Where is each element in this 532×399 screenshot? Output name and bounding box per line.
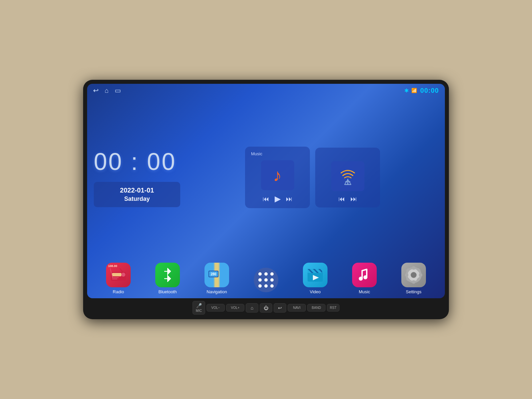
radio-card-label bbox=[320, 152, 323, 157]
svg-text:280: 280 bbox=[211, 272, 216, 276]
app-settings[interactable]: Settings bbox=[401, 263, 426, 294]
radio-next-button[interactable]: ⏭ bbox=[350, 195, 357, 203]
app-music[interactable]: Music bbox=[352, 263, 377, 294]
day-text: Saturday bbox=[102, 196, 172, 202]
radio-label: Radio bbox=[113, 289, 124, 294]
app-bluetooth[interactable]: Bluetooth bbox=[155, 263, 180, 294]
power-button[interactable]: ⏻ bbox=[260, 303, 272, 313]
navigation-label: Navigation bbox=[206, 289, 227, 294]
svg-rect-33 bbox=[419, 274, 422, 276]
vol-plus-button[interactable]: VOL+ bbox=[226, 304, 244, 312]
music-play-button[interactable]: ▶ bbox=[275, 194, 281, 203]
mic-label: MIC bbox=[196, 309, 202, 313]
vol-minus-button[interactable]: VOL− bbox=[206, 304, 225, 312]
app-video[interactable]: Video bbox=[303, 263, 328, 294]
mic-button[interactable]: 🎤 MIC bbox=[193, 301, 205, 315]
dot-5 bbox=[264, 278, 268, 282]
back-nav-icon[interactable]: ↩ bbox=[93, 86, 99, 94]
band-label: BAND bbox=[312, 306, 321, 310]
mic-icon: 🎤 bbox=[196, 303, 202, 308]
music-note-icon: ♪ bbox=[273, 165, 282, 185]
main-content: 00 : 00 2022-01-01 Saturday Music ♪ ⏮ ▶ bbox=[87, 97, 445, 259]
video-icon bbox=[303, 263, 328, 287]
recent-nav-icon[interactable]: ▭ bbox=[115, 86, 121, 94]
music-card-label: Music bbox=[250, 151, 262, 156]
dot-7 bbox=[258, 284, 262, 288]
video-label: Video bbox=[310, 289, 321, 294]
nav-icons: ↩ ⌂ ▭ bbox=[93, 86, 121, 94]
svg-point-26 bbox=[363, 275, 367, 279]
back-hw-button[interactable]: ↩ bbox=[274, 303, 286, 313]
rst-button[interactable]: RST bbox=[327, 304, 339, 312]
app-radio[interactable]: 108.00 Radio bbox=[106, 263, 131, 294]
svg-point-8 bbox=[121, 273, 125, 277]
app-menu[interactable] bbox=[254, 268, 278, 294]
dot-6 bbox=[270, 278, 274, 282]
svg-rect-31 bbox=[412, 280, 415, 284]
dot-1 bbox=[258, 272, 262, 276]
band-button[interactable]: BAND bbox=[307, 304, 326, 312]
power-icon: ⏻ bbox=[264, 305, 268, 311]
media-panels: Music ♪ ⏮ ▶ ⏭ bbox=[187, 100, 438, 254]
status-icons: ✱ 📶 bbox=[404, 87, 417, 94]
back-hw-icon: ↩ bbox=[278, 305, 282, 311]
svg-point-25 bbox=[359, 277, 363, 281]
music-next-button[interactable]: ⏭ bbox=[286, 195, 293, 203]
dot-8 bbox=[264, 284, 268, 288]
home-hw-button[interactable]: ⌂ bbox=[246, 303, 258, 313]
home-nav-icon[interactable]: ⌂ bbox=[105, 87, 109, 94]
bluetooth-icon bbox=[155, 263, 180, 287]
dot-2 bbox=[264, 272, 268, 276]
status-bar: ↩ ⌂ ▭ ✱ 📶 00:00 bbox=[87, 84, 445, 97]
date-text: 2022-01-01 bbox=[102, 187, 172, 194]
car-head-unit: ↩ ⌂ ▭ ✱ 📶 00:00 00 : 00 2022-01-01 Satur… bbox=[83, 80, 449, 319]
settings-label: Settings bbox=[406, 289, 422, 294]
music-media-card: Music ♪ ⏮ ▶ ⏭ bbox=[245, 147, 310, 208]
dots-grid bbox=[254, 268, 278, 292]
svg-rect-10 bbox=[112, 277, 119, 278]
left-panel: 00 : 00 2022-01-01 Saturday bbox=[94, 100, 180, 254]
app-navigation[interactable]: 280 Navigation bbox=[204, 263, 229, 294]
screen: ↩ ⌂ ▭ ✱ 📶 00:00 00 : 00 2022-01-01 Satur… bbox=[87, 84, 445, 298]
vol-minus-label: VOL− bbox=[211, 306, 220, 310]
app-dock: 108.00 Radio bbox=[87, 259, 445, 298]
status-right: ✱ 📶 00:00 bbox=[404, 87, 439, 94]
music-card-icon-box[interactable]: ♪ bbox=[261, 160, 294, 190]
hardware-buttons: 🎤 MIC VOL− VOL+ ⌂ ⏻ ↩ NAVI BAND RST bbox=[87, 298, 445, 315]
navi-label: NAVI bbox=[293, 306, 301, 310]
music-prev-button[interactable]: ⏮ bbox=[263, 195, 269, 203]
dot-4 bbox=[258, 278, 262, 282]
apps-menu-icon bbox=[254, 268, 278, 292]
svg-rect-7 bbox=[112, 273, 121, 276]
radio-card-icon-box[interactable] bbox=[331, 161, 364, 191]
status-clock: 00:00 bbox=[420, 87, 439, 94]
radio-media-card: ⏮ ⏭ bbox=[315, 148, 380, 207]
dot-3 bbox=[270, 272, 274, 276]
radio-prev-button[interactable]: ⏮ bbox=[338, 195, 345, 203]
wifi-status-icon: 📶 bbox=[411, 88, 417, 93]
navigation-icon: 280 bbox=[204, 263, 229, 287]
dot-9 bbox=[270, 284, 274, 288]
svg-line-12 bbox=[120, 269, 123, 272]
home-hw-icon: ⌂ bbox=[251, 305, 253, 311]
radio-icon: 108.00 bbox=[106, 263, 131, 287]
svg-rect-11 bbox=[112, 279, 117, 279]
bluetooth-status-icon: ✱ bbox=[404, 87, 409, 94]
svg-rect-30 bbox=[412, 266, 415, 270]
bluetooth-label: Bluetooth bbox=[159, 289, 177, 294]
music-app-label: Music bbox=[359, 289, 370, 294]
svg-point-38 bbox=[411, 272, 416, 278]
date-box: 2022-01-01 Saturday bbox=[94, 182, 180, 207]
music-card-controls: ⏮ ▶ ⏭ bbox=[263, 194, 293, 203]
svg-rect-32 bbox=[405, 274, 408, 276]
radio-tower-icon bbox=[338, 166, 358, 186]
radio-card-controls: ⏮ ⏭ bbox=[338, 195, 357, 203]
vol-plus-label: VOL+ bbox=[231, 306, 240, 310]
music-app-icon bbox=[352, 263, 377, 287]
rst-label: RST bbox=[330, 306, 336, 310]
settings-icon bbox=[401, 263, 426, 287]
navi-button[interactable]: NAVI bbox=[288, 304, 306, 312]
big-clock: 00 : 00 bbox=[94, 148, 180, 175]
